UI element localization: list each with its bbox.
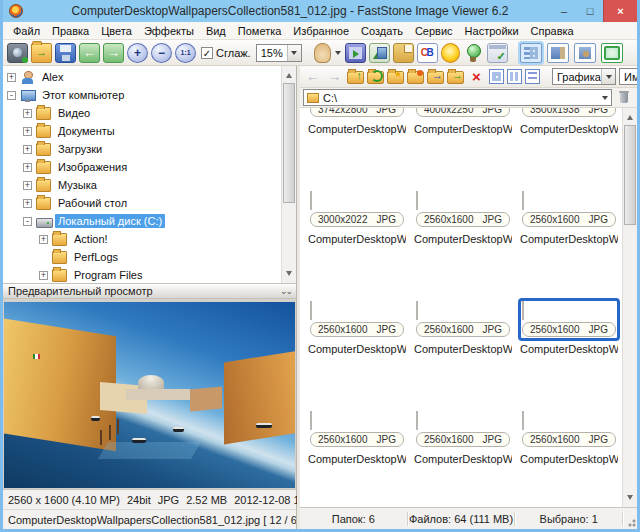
tree-item-0[interactable]: +Alex (3, 68, 281, 86)
thumbnail-image[interactable] (416, 191, 418, 210)
thumbnail-1[interactable]: 4000x2250JPGComputerDesktopW... (412, 108, 514, 188)
thumbnail-3[interactable]: 3000x2022JPGComputerDesktopW... (306, 188, 408, 298)
save-as-icon[interactable] (55, 43, 76, 63)
list-view-icon[interactable] (507, 69, 522, 84)
menu-item-9[interactable]: Настройки (459, 25, 525, 37)
preview-header[interactable]: Предварительный просмотр ⌄⌄ (3, 283, 296, 299)
settings-icon[interactable] (487, 43, 508, 63)
expander-icon[interactable]: + (23, 127, 32, 136)
menu-item-10[interactable]: Справка (525, 25, 580, 37)
layout-browser-button[interactable] (520, 43, 542, 63)
thumbnail-7[interactable]: 2560x1600JPGComputerDesktopW... (412, 298, 514, 408)
open-file-icon[interactable] (31, 43, 52, 63)
menu-item-2[interactable]: Цвета (95, 25, 138, 37)
thumbnail-image[interactable] (416, 301, 418, 320)
tree-scrollbar-thumb[interactable] (283, 83, 295, 203)
tree-item-11[interactable]: +Program Files (3, 266, 281, 283)
thumbnail-0[interactable]: 3742x2800JPGComputerDesktopW... (306, 108, 408, 188)
opened-folder-icon[interactable] (407, 71, 424, 84)
thumbnail-11[interactable]: 2560x1600JPGComputerDesktopW... (518, 408, 620, 507)
favorites-folder-icon[interactable] (387, 71, 404, 84)
menu-item-6[interactable]: Избранное (287, 25, 355, 37)
smoothing-checkbox[interactable]: ✓ Сглаж. (201, 47, 251, 59)
scroll-down-icon[interactable] (282, 268, 296, 283)
scroll-down-icon[interactable] (623, 492, 637, 507)
thumbnail-2[interactable]: 3500x1938JPGComputerDesktopW... (518, 108, 620, 188)
move-to-folder-icon[interactable] (447, 71, 464, 84)
menu-item-7[interactable]: Создать (355, 25, 409, 37)
thumbnail-image[interactable] (522, 301, 524, 320)
adjust-colors-icon[interactable] (441, 43, 460, 63)
expander-icon[interactable]: + (39, 235, 48, 244)
slideshow-icon[interactable] (345, 43, 366, 63)
expander-icon[interactable]: + (7, 73, 16, 82)
thumbnail-8[interactable]: 2560x1600JPGComputerDesktopW... (518, 298, 620, 408)
zoom-dropdown-button[interactable] (287, 45, 301, 61)
menu-item-1[interactable]: Правка (46, 25, 95, 37)
tree-scrollbar[interactable] (281, 66, 296, 283)
thumbnail-image[interactable] (522, 191, 524, 210)
actual-size-icon[interactable]: 1:1 (175, 43, 196, 63)
thumbnails-scrollbar-thumb[interactable] (624, 125, 636, 225)
tree-item-5[interactable]: +Изображения (3, 158, 281, 176)
tree-item-8[interactable]: -Локальный диск (C:) (3, 212, 281, 230)
sort-combobox[interactable]: Имя (619, 68, 637, 85)
thumbnail-image[interactable] (310, 191, 312, 210)
scroll-up-icon[interactable] (623, 108, 637, 123)
canvas-icon[interactable] (393, 43, 414, 63)
tree-item-2[interactable]: +Видео (3, 104, 281, 122)
thumbnail-image[interactable] (416, 411, 418, 430)
copy-to-folder-icon[interactable] (427, 71, 444, 84)
thumbnails-scrollbar[interactable] (622, 108, 637, 507)
expander-icon[interactable]: + (39, 271, 48, 280)
refresh-icon[interactable] (367, 71, 384, 84)
maximize-button[interactable]: □ (577, 2, 603, 20)
browse-tree-icon[interactable] (369, 43, 390, 63)
thumbnail-5[interactable]: 2560x1600JPGComputerDesktopW... (518, 188, 620, 298)
path-combobox[interactable]: C:\ (303, 89, 612, 106)
resize-grip[interactable] (623, 508, 637, 529)
red-eye-icon[interactable] (463, 43, 484, 63)
thumbnail-image[interactable] (310, 411, 312, 430)
menu-item-8[interactable]: Сервис (409, 25, 459, 37)
up-folder-icon[interactable] (347, 71, 364, 84)
filter-dropdown-button[interactable] (601, 69, 615, 84)
expander-icon[interactable]: - (7, 91, 16, 100)
thumbnail-image[interactable] (522, 411, 524, 430)
zoom-out-icon[interactable]: − (151, 43, 172, 63)
collapse-chevrons-icon[interactable]: ⌄⌄ (280, 286, 291, 296)
tree-item-1[interactable]: -Этот компьютер (3, 86, 281, 104)
expander-icon[interactable]: + (23, 199, 32, 208)
hand-tool-icon[interactable] (314, 43, 331, 63)
trash-icon[interactable] (615, 89, 634, 106)
tree-item-3[interactable]: +Документы (3, 122, 281, 140)
expander-icon[interactable]: + (23, 109, 32, 118)
rename-icon[interactable] (417, 43, 438, 63)
thumbnail-4[interactable]: 2560x1600JPGComputerDesktopW... (412, 188, 514, 298)
details-view-icon[interactable] (525, 69, 540, 84)
tree-item-7[interactable]: +Рабочий стол (3, 194, 281, 212)
layout-viewer-button[interactable] (547, 43, 569, 63)
expander-icon[interactable]: + (23, 145, 32, 154)
minimize-button[interactable]: – (551, 2, 577, 20)
thumbnail-10[interactable]: 2560x1600JPGComputerDesktopW... (412, 408, 514, 507)
thumbnail-6[interactable]: 2560x1600JPGComputerDesktopW... (306, 298, 408, 408)
next-image-icon[interactable]: → (103, 43, 124, 63)
tree-item-9[interactable]: +Action! (3, 230, 281, 248)
forward-icon[interactable]: → (325, 68, 344, 85)
back-icon[interactable]: ← (303, 68, 322, 85)
zoom-in-icon[interactable]: + (127, 43, 148, 63)
screen-capture-icon[interactable] (7, 43, 28, 63)
expander-icon[interactable]: - (23, 217, 32, 226)
expander-icon[interactable]: + (23, 181, 32, 190)
path-dropdown-icon[interactable] (602, 96, 608, 103)
menu-item-3[interactable]: Эффекты (138, 25, 200, 37)
layout-image-button[interactable] (574, 43, 596, 63)
checkbox-check-icon[interactable]: ✓ (201, 47, 213, 59)
tree-item-10[interactable]: PerfLogs (3, 248, 281, 266)
scroll-up-icon[interactable] (282, 66, 296, 81)
menu-item-5[interactable]: Пометка (232, 25, 288, 37)
previous-image-icon[interactable]: ← (79, 43, 100, 63)
thumbnail-image[interactable] (310, 301, 312, 320)
menu-item-4[interactable]: Вид (200, 25, 232, 37)
